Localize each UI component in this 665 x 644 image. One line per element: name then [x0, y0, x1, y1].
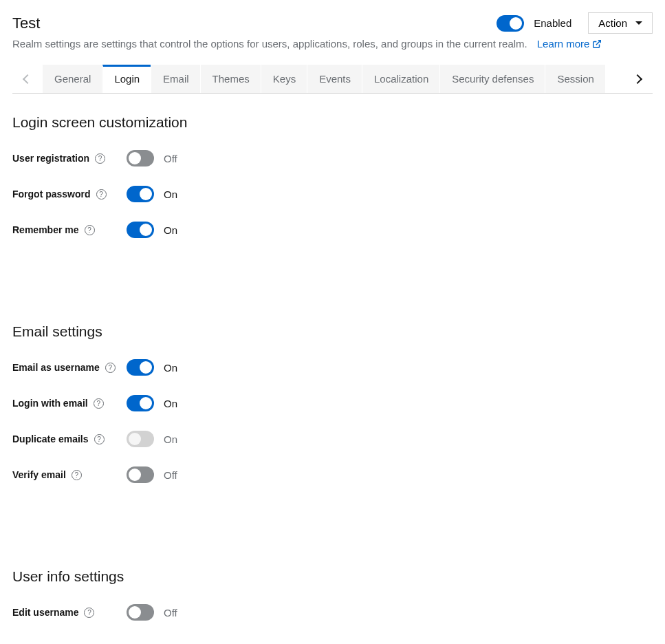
help-icon[interactable]: ? [72, 470, 82, 480]
learn-more-link[interactable]: Learn more [537, 38, 602, 50]
tab-keys[interactable]: Keys [261, 65, 307, 93]
tab-session[interactable]: Session [545, 65, 604, 93]
tab-login[interactable]: Login [102, 65, 151, 93]
setting-row-verify-email: Verify email?Off [12, 457, 653, 493]
setting-label: Verify email? [12, 469, 127, 480]
tabs-bar: GeneralLoginEmailThemesKeysEventsLocaliz… [12, 65, 653, 94]
page-header: Test Enabled Action Realm settings are s… [0, 0, 665, 94]
tab-email[interactable]: Email [151, 65, 200, 93]
user-registration-toggle[interactable] [127, 150, 154, 167]
action-dropdown-label: Action [598, 17, 627, 29]
help-icon[interactable]: ? [84, 608, 94, 618]
learn-more-label: Learn more [537, 38, 590, 50]
chevron-right-icon [633, 74, 642, 83]
email-as-username-toggle[interactable] [127, 359, 154, 376]
setting-label-text: Login with email [12, 398, 88, 409]
duplicate-emails-toggle [127, 431, 154, 447]
setting-label: Edit username? [12, 607, 127, 618]
setting-label: Duplicate emails? [12, 433, 127, 444]
tab-security-defenses[interactable]: Security defenses [440, 65, 545, 93]
realm-enabled-label: Enabled [534, 17, 571, 29]
section-title: Login screen customization [12, 114, 653, 131]
toggle-state-label: On [164, 362, 177, 374]
toggle-state-label: Off [164, 607, 177, 619]
verify-email-toggle[interactable] [127, 466, 154, 483]
login-with-email-toggle[interactable] [127, 395, 154, 411]
toggle-state-label: On [164, 189, 177, 200]
setting-label: Login with email? [12, 398, 127, 409]
setting-label-text: Email as username [12, 362, 100, 373]
tabs-scroll-right-button[interactable] [622, 65, 653, 93]
setting-label-text: Edit username [12, 607, 78, 618]
caret-down-icon [635, 21, 642, 25]
toggle-state-label: On [164, 224, 177, 236]
setting-row-edit-username: Edit username?Off [12, 594, 653, 630]
help-icon[interactable]: ? [96, 189, 107, 200]
setting-row-email-as-username: Email as username?On [12, 350, 653, 385]
page-title: Test [12, 14, 40, 32]
realm-enabled-toggle[interactable] [497, 15, 524, 32]
help-icon[interactable]: ? [94, 398, 104, 409]
toggle-state-label: Off [164, 469, 177, 481]
setting-label-text: Verify email [12, 469, 66, 480]
section-title: User info settings [12, 568, 653, 585]
setting-label: Email as username? [12, 362, 127, 373]
help-icon[interactable]: ? [105, 363, 116, 373]
edit-username-toggle[interactable] [127, 604, 154, 621]
toggle-state-label: On [164, 398, 177, 409]
setting-label-text: Forgot password [12, 189, 91, 200]
setting-row-login-with-email: Login with email?On [12, 385, 653, 421]
setting-row-duplicate-emails: Duplicate emails?On [12, 421, 653, 457]
tab-content: Login screen customizationUser registrat… [0, 94, 665, 644]
remember-me-toggle[interactable] [127, 222, 154, 238]
setting-label-text: Duplicate emails [12, 433, 89, 444]
toggle-state-label: Off [164, 153, 177, 164]
setting-label-text: User registration [12, 153, 89, 164]
setting-label: User registration? [12, 153, 127, 164]
setting-row-forgot-password: Forgot password?On [12, 176, 653, 212]
tab-general[interactable]: General [43, 65, 102, 93]
setting-label: Remember me? [12, 224, 127, 235]
page-description: Realm settings are settings that control… [12, 38, 527, 50]
setting-row-remember-me: Remember me?On [12, 212, 653, 248]
setting-row-user-registration: User registration?Off [12, 140, 653, 176]
tabs-scroll-left-button[interactable] [12, 65, 43, 93]
toggle-state-label: On [164, 433, 177, 445]
tab-localization[interactable]: Localization [362, 65, 439, 93]
help-icon[interactable]: ? [85, 225, 95, 235]
setting-label-text: Remember me [12, 224, 79, 235]
external-link-icon [592, 39, 602, 49]
action-dropdown-button[interactable]: Action [588, 12, 653, 34]
chevron-left-icon [23, 74, 32, 83]
setting-label: Forgot password? [12, 189, 127, 200]
help-icon[interactable]: ? [95, 153, 105, 164]
tab-events[interactable]: Events [307, 65, 362, 93]
forgot-password-toggle[interactable] [127, 186, 154, 202]
svg-line-0 [596, 40, 600, 44]
help-icon[interactable]: ? [94, 434, 105, 444]
section-title: Email settings [12, 323, 653, 340]
tab-themes[interactable]: Themes [201, 65, 261, 93]
